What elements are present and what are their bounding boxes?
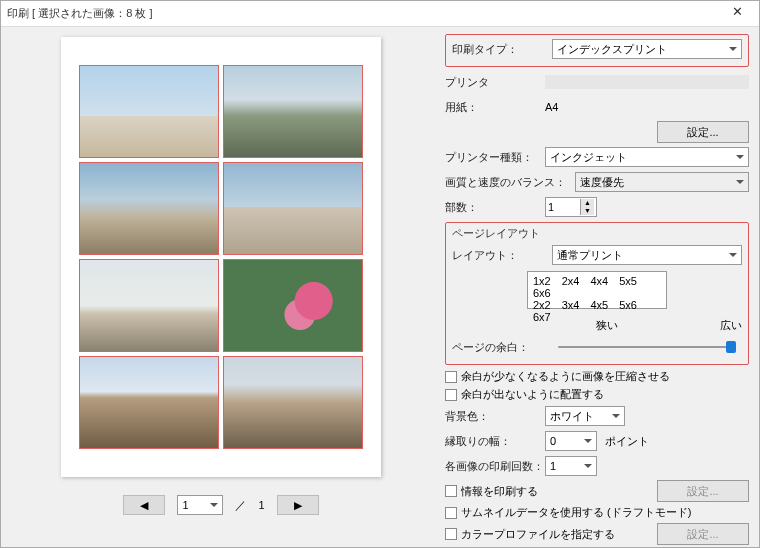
thumb-6: [223, 259, 363, 352]
preview-page: [61, 37, 381, 477]
grid-options-list[interactable]: 1x2 2x4 4x4 5x5 6x6 2x2 3x4 4x5 5x6 6x7: [527, 271, 667, 309]
thumb-2: [223, 65, 363, 158]
chk-info-label: 情報を印刷する: [461, 484, 538, 499]
content: ◀ 1 ／ 1 ▶ 印刷タイプ： インデックスプリント プリンタ 用紙： A4: [1, 27, 759, 547]
thumb-3: [79, 162, 219, 255]
per-image-label: 各画像の印刷回数：: [445, 459, 545, 474]
chk-compress-label: 余白が少なくなるように画像を圧縮させる: [461, 369, 670, 384]
margin-min-label: 狭い: [596, 318, 618, 333]
border-unit: ポイント: [605, 434, 649, 449]
next-page-button[interactable]: ▶: [277, 495, 319, 515]
border-label: 縁取りの幅：: [445, 434, 545, 449]
printer-kind-select[interactable]: インクジェット: [545, 147, 749, 167]
pager: ◀ 1 ／ 1 ▶: [123, 495, 318, 515]
page-number-select[interactable]: 1: [177, 495, 223, 515]
page-layout-group: ページレイアウト レイアウト： 通常プリント 1x2 2x4 4x4 5x5 6…: [445, 222, 749, 365]
thumb-1: [79, 65, 219, 158]
thumb-8: [223, 356, 363, 449]
quality-label: 画質と速度のバランス：: [445, 175, 575, 190]
prev-page-button[interactable]: ◀: [123, 495, 165, 515]
slider-thumb[interactable]: [726, 341, 736, 353]
chk-compress[interactable]: [445, 371, 457, 383]
printer-kind-label: プリンター種類：: [445, 150, 545, 165]
preview-pane: ◀ 1 ／ 1 ▶: [1, 27, 441, 547]
copies-spinner[interactable]: ▲▼: [545, 197, 597, 217]
paper-label: 用紙：: [445, 100, 545, 115]
triangle-right-icon: ▶: [294, 499, 302, 512]
grid-options-line1: 1x2 2x4 4x4 5x5 6x6: [533, 275, 661, 299]
paper-value: A4: [545, 101, 558, 113]
info-settings-button[interactable]: 設定...: [657, 480, 749, 502]
print-type-group: 印刷タイプ： インデックスプリント: [445, 34, 749, 67]
margin-label: ページの余白：: [452, 340, 552, 355]
settings-button[interactable]: 設定...: [657, 121, 749, 143]
chk-no-margin-label: 余白が出ないように配置する: [461, 387, 604, 402]
copies-label: 部数：: [445, 200, 545, 215]
chk-thumbnail[interactable]: [445, 507, 457, 519]
thumb-7: [79, 356, 219, 449]
page-current: 1: [182, 499, 188, 511]
close-icon[interactable]: ✕: [721, 4, 753, 24]
chk-colorprofile-label: カラープロファイルを指定する: [461, 527, 615, 542]
spin-down-icon[interactable]: ▼: [580, 207, 594, 215]
copies-input[interactable]: [546, 201, 580, 213]
window-title: 印刷 [ 選択された画像：8 枚 ]: [7, 6, 721, 21]
bgcolor-select[interactable]: ホワイト: [545, 406, 625, 426]
printer-label: プリンタ: [445, 75, 545, 90]
profile-settings-button[interactable]: 設定...: [657, 523, 749, 545]
layout-select[interactable]: 通常プリント: [552, 245, 742, 265]
chk-thumbnail-label: サムネイルデータを使用する (ドラフトモード): [461, 505, 691, 520]
printer-value: [545, 75, 749, 89]
page-layout-title: ページレイアウト: [452, 226, 742, 241]
print-dialog: 印刷 [ 選択された画像：8 枚 ] ✕ ◀ 1 ／: [0, 0, 760, 548]
chk-info[interactable]: [445, 485, 457, 497]
print-type-select[interactable]: インデックスプリント: [552, 39, 742, 59]
preview-grid: [79, 65, 363, 449]
titlebar: 印刷 [ 選択された画像：8 枚 ] ✕: [1, 1, 759, 27]
quality-select[interactable]: 速度優先: [575, 172, 749, 192]
triangle-left-icon: ◀: [140, 499, 148, 512]
page-sep: ／: [235, 498, 246, 513]
chk-no-margin[interactable]: [445, 389, 457, 401]
per-image-select[interactable]: 1: [545, 456, 597, 476]
border-width-select[interactable]: 0: [545, 431, 597, 451]
margin-slider[interactable]: [558, 346, 736, 348]
margin-max-label: 広い: [720, 318, 742, 333]
page-total: 1: [258, 499, 264, 511]
print-type-label: 印刷タイプ：: [452, 42, 552, 57]
chk-colorprofile[interactable]: [445, 528, 457, 540]
thumb-5: [79, 259, 219, 352]
settings-pane: 印刷タイプ： インデックスプリント プリンタ 用紙： A4 設定... プリンタ…: [441, 27, 759, 547]
thumb-4: [223, 162, 363, 255]
bgcolor-label: 背景色：: [445, 409, 545, 424]
layout-label: レイアウト：: [452, 248, 552, 263]
spin-up-icon[interactable]: ▲: [580, 199, 594, 207]
